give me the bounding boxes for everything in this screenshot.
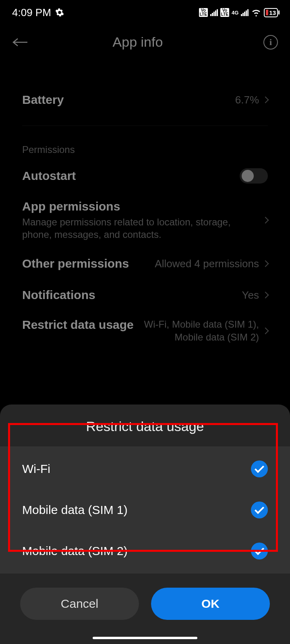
chevron-right-icon — [262, 97, 269, 103]
signal-icon-1 — [210, 9, 218, 16]
battery-row[interactable]: Battery 6.7% — [0, 84, 290, 116]
info-icon[interactable]: i — [263, 35, 278, 50]
notifications-row[interactable]: Notifications Yes — [0, 279, 290, 311]
check-icon — [251, 502, 268, 518]
volte-icon-2: VoLTE — [220, 8, 229, 17]
battery-value: 6.7% — [235, 94, 259, 106]
chevron-right-icon — [262, 327, 269, 334]
check-icon — [251, 460, 268, 477]
status-bar: 4:09 PM VoLTE VoLTE 4G 13 — [0, 0, 290, 24]
status-time: 4:09 PM — [12, 6, 51, 19]
toggle-knob — [242, 170, 254, 182]
other-permissions-value: Allowed 4 permissions — [155, 258, 259, 270]
restrict-value: Wi-Fi, Mobile data (SIM 1), Mobile data … — [142, 318, 259, 343]
wifi-icon — [251, 7, 261, 18]
other-permissions-row[interactable]: Other permissions Allowed 4 permissions — [0, 248, 290, 279]
autostart-label: Autostart — [22, 169, 76, 183]
permissions-section-label: Permissions — [0, 136, 290, 159]
option-sim2[interactable]: Mobile data (SIM 2) — [0, 530, 290, 572]
dialog-title: Restrict data usage — [0, 419, 290, 434]
app-info-background: App info i Battery 6.7% Permissions Auto… — [0, 24, 290, 374]
restrict-data-dialog: Restrict data usage Wi-Fi Mobile data (S… — [0, 405, 290, 644]
battery-icon: 13 — [264, 8, 278, 17]
ok-button[interactable]: OK — [151, 588, 270, 620]
option-wifi-label: Wi-Fi — [22, 462, 50, 476]
autostart-toggle[interactable] — [240, 168, 268, 184]
option-sim1-label: Mobile data (SIM 1) — [22, 503, 128, 517]
restrict-data-row[interactable]: Restrict data usage Wi-Fi, Mobile data (… — [0, 311, 290, 350]
option-wifi[interactable]: Wi-Fi — [0, 448, 290, 489]
page-title: App info — [12, 34, 263, 50]
cancel-button[interactable]: Cancel — [20, 588, 139, 620]
app-permissions-sub: Manage permissions related to location, … — [22, 216, 257, 241]
home-indicator[interactable] — [93, 637, 197, 639]
volte-icon-1: VoLTE — [199, 8, 208, 17]
app-permissions-row[interactable]: App permissions Manage permissions relat… — [0, 192, 290, 248]
chevron-right-icon — [262, 292, 269, 299]
app-permissions-label: App permissions — [22, 200, 257, 213]
restrict-label: Restrict data usage — [22, 318, 134, 332]
divider — [22, 126, 268, 126]
dialog-options: Wi-Fi Mobile data (SIM 1) Mobile data (S… — [0, 446, 290, 574]
option-sim1[interactable]: Mobile data (SIM 1) — [0, 489, 290, 530]
chevron-right-icon — [262, 217, 269, 224]
battery-label: Battery — [22, 93, 64, 107]
check-icon — [251, 543, 268, 559]
notifications-value: Yes — [242, 289, 259, 301]
other-permissions-label: Other permissions — [22, 257, 129, 270]
autostart-row[interactable]: Autostart — [0, 159, 290, 192]
notifications-label: Notifications — [22, 288, 95, 302]
signal-icon-2 — [241, 9, 249, 16]
network-label: 4G — [232, 10, 238, 16]
battery-percent: 13 — [269, 9, 276, 16]
gear-icon — [55, 8, 64, 17]
chevron-right-icon — [262, 260, 269, 267]
option-sim2-label: Mobile data (SIM 2) — [22, 544, 128, 558]
